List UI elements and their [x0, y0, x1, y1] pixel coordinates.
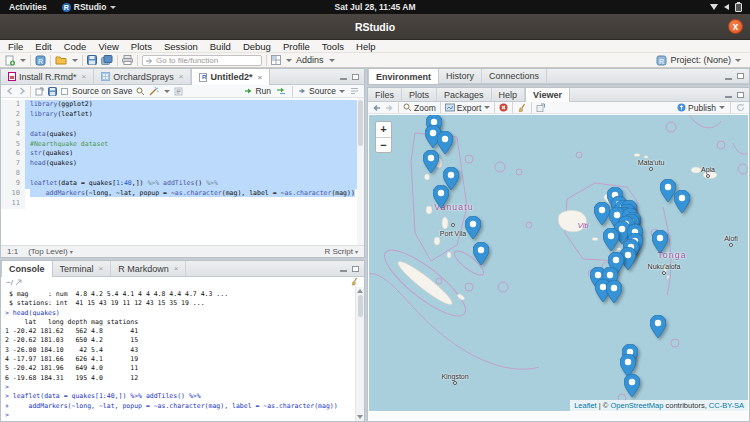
maximize-pane-icon[interactable]: [352, 74, 359, 80]
working-directory[interactable]: ~/: [6, 278, 13, 287]
map-marker[interactable]: [437, 131, 453, 154]
map-marker[interactable]: [606, 280, 622, 303]
menu-edit[interactable]: Edit: [29, 41, 57, 52]
addins-dropdown[interactable]: [329, 59, 335, 62]
minimize-pane-icon[interactable]: [340, 270, 347, 272]
console-scrollbar[interactable]: [355, 287, 364, 421]
zoom-out-button[interactable]: −: [376, 137, 391, 152]
close-tab-icon[interactable]: ×: [257, 73, 262, 82]
compile-report-icon[interactable]: [174, 87, 183, 96]
scope-selector[interactable]: (Top Level)▾: [28, 247, 73, 256]
map-marker[interactable]: [603, 228, 619, 251]
minimize-pane-icon[interactable]: [725, 78, 732, 80]
open-file-button[interactable]: [55, 55, 67, 65]
menu-file[interactable]: File: [2, 41, 29, 52]
clear-all-icon[interactable]: [517, 103, 527, 112]
app-indicator[interactable]: R RStudio: [56, 2, 123, 12]
forward-icon[interactable]: [18, 87, 26, 95]
tab-terminal[interactable]: Terminal×: [53, 261, 112, 276]
tab-history[interactable]: History: [439, 69, 482, 83]
print-button[interactable]: [122, 55, 133, 65]
source-button[interactable]: Source: [298, 86, 345, 96]
back-icon[interactable]: [372, 104, 381, 112]
new-file-dropdown[interactable]: [20, 59, 26, 62]
wand-icon[interactable]: [149, 87, 159, 96]
save-all-button[interactable]: [101, 55, 113, 65]
minimize-pane-icon[interactable]: [340, 78, 347, 80]
volume-icon[interactable]: [724, 4, 729, 10]
forward-icon[interactable]: [385, 104, 394, 112]
export-button[interactable]: Export: [445, 103, 491, 113]
map-marker[interactable]: [433, 185, 449, 208]
menu-code[interactable]: Code: [58, 41, 93, 52]
scroll-up-icon[interactable]: [357, 289, 363, 293]
goto-file-input[interactable]: [142, 55, 262, 66]
console-output[interactable]: $ mag : num 4.8 4.2 5.4 4.1 4 4 4.8 4.4 …: [1, 287, 364, 421]
zoom-in-button[interactable]: +: [376, 122, 391, 137]
maximize-pane-icon[interactable]: [737, 73, 744, 79]
menu-session[interactable]: Session: [158, 41, 204, 52]
menu-view[interactable]: View: [92, 41, 124, 52]
remove-viewer-icon[interactable]: [499, 103, 508, 112]
close-tab-icon[interactable]: ×: [174, 264, 179, 273]
rerun-icon[interactable]: [276, 87, 287, 95]
tab-plots[interactable]: Plots: [402, 88, 437, 101]
minimize-pane-icon[interactable]: [725, 96, 732, 98]
viewer-popout-icon[interactable]: [536, 103, 545, 112]
new-project-button[interactable]: R: [35, 55, 46, 66]
search-icon[interactable]: [136, 87, 145, 96]
popout-icon[interactable]: [35, 87, 44, 96]
window-close-button[interactable]: x: [728, 19, 743, 34]
tab-files[interactable]: Files: [368, 88, 402, 101]
back-icon[interactable]: [6, 87, 14, 95]
clear-console-icon[interactable]: [350, 277, 359, 286]
source-on-save-checkbox[interactable]: [61, 88, 68, 95]
new-file-button[interactable]: [5, 55, 15, 66]
wand-dropdown[interactable]: [164, 90, 170, 93]
source-tab-install-r-rmd-[interactable]: Install R.Rmd*×: [1, 69, 94, 84]
map-marker[interactable]: [465, 216, 481, 239]
menu-plots[interactable]: Plots: [125, 41, 158, 52]
window-titlebar[interactable]: RStudio x: [0, 14, 750, 40]
osm-link[interactable]: OpenStreetMap: [610, 401, 663, 410]
refresh-icon[interactable]: [736, 103, 745, 112]
map-marker[interactable]: [650, 315, 666, 338]
maximize-pane-icon[interactable]: [737, 92, 744, 98]
close-tab-icon[interactable]: ×: [179, 72, 184, 81]
network-icon[interactable]: [710, 4, 718, 10]
addins-button[interactable]: Addins: [296, 55, 324, 65]
goto-directory-icon[interactable]: [15, 279, 23, 286]
tab-environment[interactable]: Environment: [368, 69, 439, 84]
tab-help[interactable]: Help: [492, 88, 526, 101]
project-menu[interactable]: R Project: (None): [656, 55, 745, 66]
tab-viewer[interactable]: Viewer: [525, 88, 570, 102]
map-marker[interactable]: [594, 202, 610, 225]
tab-console[interactable]: Console: [1, 261, 53, 277]
leaflet-map[interactable]: VanuatuPort VilaVitiTongaNuku'alofaMata'…: [369, 115, 748, 411]
menu-help[interactable]: Help: [350, 41, 382, 52]
leaflet-link[interactable]: Leaflet: [574, 401, 597, 410]
save-icon[interactable]: [48, 87, 57, 96]
menu-profile[interactable]: Profile: [277, 41, 316, 52]
menu-tools[interactable]: Tools: [316, 41, 350, 52]
menu-debug[interactable]: Debug: [237, 41, 277, 52]
document-outline-icon[interactable]: [350, 87, 359, 95]
map-marker[interactable]: [624, 374, 640, 397]
viewer-zoom-button[interactable]: Zoom: [403, 103, 436, 113]
close-tab-icon[interactable]: ×: [99, 264, 104, 273]
close-tab-icon[interactable]: ×: [82, 72, 87, 81]
file-type-selector[interactable]: R Script▾: [325, 247, 358, 256]
source-tab-untitled2-[interactable]: Untitled2*×: [191, 69, 270, 85]
pane-layout-button[interactable]: [271, 55, 281, 65]
editor-scrollbar[interactable]: [357, 98, 364, 245]
tab-r-markdown[interactable]: R Markdown×: [111, 261, 186, 276]
source-tab-orchardsprays[interactable]: OrchardSprays×: [94, 69, 191, 84]
menu-build[interactable]: Build: [204, 41, 237, 52]
save-button[interactable]: [87, 55, 97, 65]
code-editor[interactable]: 1library(ggplot2)2library(leaflet)34data…: [1, 98, 364, 245]
map-marker[interactable]: [652, 230, 668, 253]
map-marker[interactable]: [423, 150, 439, 173]
open-file-dropdown[interactable]: [72, 59, 78, 62]
publish-button[interactable]: Publish: [677, 103, 725, 113]
run-button[interactable]: Run: [244, 86, 271, 96]
